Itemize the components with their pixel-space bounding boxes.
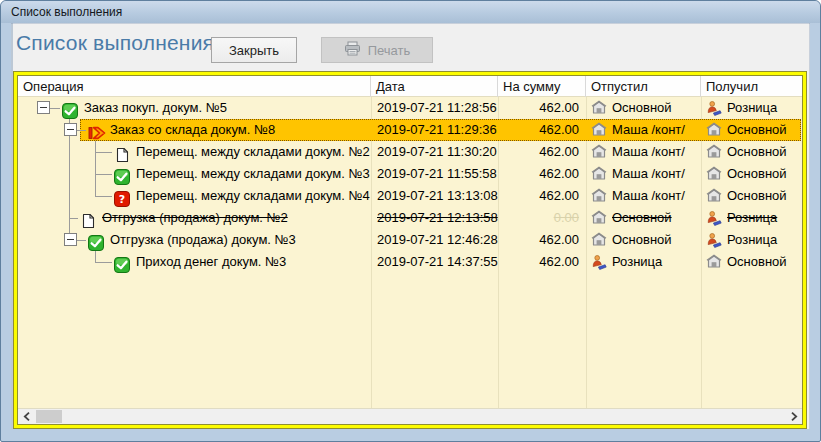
date-cell: 2019-07-21 13:13:08 <box>371 185 498 207</box>
column-header-4[interactable]: Отпустил <box>586 76 701 97</box>
operation-label: Перемещ. между складами докум. №4 <box>136 185 370 207</box>
warehouse-icon <box>706 188 727 203</box>
received-by-label: Основной <box>727 188 787 203</box>
amount-cell: 462.00 <box>498 185 586 207</box>
column-header-3[interactable]: На сумму <box>498 76 586 97</box>
received-by-label: Розница <box>727 210 777 225</box>
table-row[interactable]: Отгрузка (продажа) докум. №32019-07-21 1… <box>18 229 802 251</box>
warehouse-icon <box>706 144 727 159</box>
operation-label: Приход денег докум. №3 <box>136 251 286 273</box>
operation-label: Отгрузка (продажа) докум. №2 <box>102 207 288 229</box>
received-by-label: Розница <box>727 232 777 247</box>
date-cell: 2019-07-21 11:30:20 <box>371 141 498 163</box>
released-by-label: Маша /конт/ <box>612 122 685 137</box>
execution-table: ОперацияДатаНа суммуОтпустилПолучил Зака… <box>13 71 807 429</box>
amount-cell: 0.00 <box>498 207 586 229</box>
amount-cell: 462.00 <box>498 119 586 141</box>
table-row[interactable]: Перемещ. между складами докум. №22019-07… <box>18 141 802 163</box>
received-by-cell: Основной <box>701 119 802 141</box>
table-row[interactable]: ?Перемещ. между складами докум. №42019-0… <box>18 185 802 207</box>
print-button[interactable]: Печать <box>321 37 433 63</box>
released-by-cell: Основной <box>586 97 701 119</box>
received-by-label: Основной <box>727 144 787 159</box>
table-row[interactable]: Отгрузка (продажа) докум. №22019-07-21 1… <box>18 207 802 229</box>
operation-label: Заказ покуп. докум. №5 <box>84 97 227 119</box>
check-icon <box>88 235 109 250</box>
printer-icon <box>344 41 361 59</box>
tree-connector <box>69 185 70 207</box>
warehouse-icon <box>591 122 612 137</box>
date-cell: 2019-07-21 12:46:28 <box>371 229 498 251</box>
operation-cell: Заказ покуп. докум. №5 <box>18 97 371 119</box>
released-by-label: Розница <box>612 254 662 269</box>
scroll-left-button[interactable] <box>18 409 35 424</box>
tree-connector <box>95 185 96 196</box>
received-by-cell: Основной <box>701 185 802 207</box>
date-cell: 2019-07-21 11:29:36 <box>371 119 498 141</box>
tree-connector <box>49 108 60 109</box>
expand-collapse-toggle[interactable] <box>64 233 77 246</box>
received-by-label: Основной <box>727 254 787 269</box>
column-header-2[interactable]: Дата <box>371 76 498 97</box>
horizontal-scrollbar[interactable] <box>18 408 802 424</box>
amount-cell: 462.00 <box>498 163 586 185</box>
released-by-label: Маша /конт/ <box>612 144 685 159</box>
amount-cell: 462.00 <box>498 251 586 273</box>
released-by-label: Маша /конт/ <box>612 188 685 203</box>
column-header-5[interactable]: Получил <box>701 76 802 97</box>
amount-cell: 462.00 <box>498 141 586 163</box>
released-by-cell: Маша /конт/ <box>586 185 701 207</box>
table-body: Заказ покуп. докум. №52019-07-21 11:28:5… <box>18 97 802 408</box>
amount-cell: 462.00 <box>498 97 586 119</box>
table-header: ОперацияДатаНа суммуОтпустилПолучил <box>18 76 802 97</box>
tree-connector <box>69 218 78 219</box>
person-icon <box>591 254 612 269</box>
check-icon <box>114 169 135 184</box>
released-by-label: Основной <box>612 232 672 247</box>
scroll-thumb[interactable] <box>36 410 62 423</box>
received-by-label: Основной <box>727 166 787 181</box>
warehouse-icon <box>591 232 612 247</box>
received-by-cell: Розница <box>701 97 802 119</box>
column-header-1[interactable]: Операция <box>18 76 371 97</box>
expand-collapse-toggle[interactable] <box>37 101 50 114</box>
operation-label: Заказ со склада докум. №8 <box>110 119 275 141</box>
warehouse-icon <box>591 144 612 159</box>
table-row[interactable]: Приход денег докум. №32019-07-21 14:37:5… <box>18 251 802 273</box>
print-button-label: Печать <box>368 43 411 58</box>
table-row[interactable]: Заказ со склада докум. №82019-07-21 11:2… <box>18 119 802 141</box>
released-by-label: Маша /конт/ <box>612 166 685 181</box>
tree-connector <box>95 196 112 197</box>
dialog-content: Список выполнения Закрыть Печать Операци… <box>11 23 810 429</box>
svg-text:?: ? <box>119 193 125 206</box>
document-icon <box>114 147 135 162</box>
received-by-label: Розница <box>727 100 777 115</box>
date-cell: 2019-07-21 14:37:55 <box>371 251 498 273</box>
released-by-label: Основной <box>612 100 672 115</box>
tree-connector <box>95 251 96 262</box>
released-by-cell: Основной <box>586 229 701 251</box>
close-button[interactable]: Закрыть <box>211 37 297 63</box>
operation-cell: Заказ со склада докум. №8 <box>18 119 371 141</box>
expand-collapse-toggle[interactable] <box>64 123 77 136</box>
scroll-right-button[interactable] <box>785 409 802 424</box>
table-row[interactable]: Перемещ. между складами докум. №32019-07… <box>18 163 802 185</box>
table-inner: ОперацияДатаНа суммуОтпустилПолучил Зака… <box>18 76 802 424</box>
received-by-cell: Розница <box>701 229 802 251</box>
released-by-cell: Маша /конт/ <box>586 141 701 163</box>
released-by-cell: Розница <box>586 251 701 273</box>
operation-cell: Перемещ. между складами докум. №3 <box>18 163 371 185</box>
red-arrow-icon <box>88 125 111 140</box>
tree-connector <box>69 163 70 185</box>
execution-list-window: Список выполнения Список выполнения Закр… <box>0 0 821 442</box>
operation-label: Перемещ. между складами докум. №2 <box>136 141 370 163</box>
check-icon <box>62 103 83 118</box>
received-by-cell: Основной <box>701 163 802 185</box>
released-by-cell: Маша /конт/ <box>586 119 701 141</box>
date-cell: 2019-07-21 11:55:58 <box>371 163 498 185</box>
person-icon <box>706 100 727 115</box>
warehouse-icon <box>591 188 612 203</box>
table-row[interactable]: Заказ покуп. докум. №52019-07-21 11:28:5… <box>18 97 802 119</box>
warehouse-icon <box>591 210 612 225</box>
warehouse-icon <box>591 100 612 115</box>
